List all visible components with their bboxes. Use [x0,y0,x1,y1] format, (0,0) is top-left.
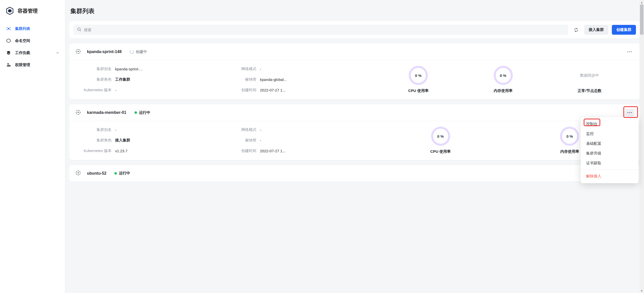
label-managed: 被纳管 [228,77,258,82]
cluster-status: 创建中 [130,50,147,54]
svg-point-40 [79,171,80,172]
cluster-icon [75,170,81,177]
cpu-ring: 0 % [431,127,450,146]
cluster-icon [75,109,81,116]
cluster-name[interactable]: kpanda-sprint-148 [87,50,122,54]
svg-point-38 [80,172,80,173]
svg-point-37 [76,172,76,173]
search-icon [77,27,81,32]
dropdown-item-basic-config[interactable]: 基础配置 [581,139,638,149]
value-alias: kpanda-sprint-... [115,67,226,71]
cluster-name[interactable]: karmada-member-01 [87,110,126,115]
sidebar: 容器管理 集群列表 命名空间 [0,0,65,293]
node-gauge: 数据同步中 正常/节点总数 [578,66,601,93]
value-network: - [260,128,371,132]
scrollbar-thumb[interactable] [640,5,643,35]
cluster-head: kpanda-sprint-148 创建中 [69,43,640,60]
label-role: 集群角色 [75,138,113,143]
cluster-gauges: 0 % CPU 使用率 0 % 内存使用率 数据同步中 正常/节点总数 [376,66,634,93]
cpu-gauge: 0 % CPU 使用率 [408,66,429,93]
cluster-more-button[interactable] [625,109,634,116]
nav-item-permission[interactable]: 权限管理 [0,59,65,71]
cluster-status: 运行中 [114,171,130,176]
nav-item-cluster-list[interactable]: 集群列表 [0,23,65,35]
nav-label: 权限管理 [15,63,30,67]
cpu-label: CPU 使用率 [408,88,429,93]
svg-point-33 [631,112,632,113]
create-cluster-button[interactable]: 创建集群 [612,25,636,35]
svg-point-11 [78,49,78,50]
refresh-button[interactable] [572,25,581,34]
dropdown-item-console[interactable]: 控制台 [581,119,638,129]
value-role: 接入集群 [115,138,226,143]
scroll-down-icon[interactable]: ▼ [639,288,644,293]
label-managed: 被纳管 [228,138,258,143]
nav-label: 集群列表 [15,26,30,31]
label-created: 创建时间 [228,88,258,92]
value-network: - [260,67,371,71]
svg-point-14 [80,51,80,52]
mem-label: 内存使用率 [560,149,579,154]
svg-point-35 [78,170,78,171]
svg-point-18 [79,53,80,53]
dropdown-item-disconnect[interactable]: 解除接入 [581,171,638,181]
cpu-gauge: 0 % CPU 使用率 [430,127,451,154]
label-k8s: Kubernetes 版本 [75,149,113,153]
value-managed: - [260,138,371,142]
svg-point-10 [78,51,79,52]
search-input[interactable] [84,28,565,32]
connect-cluster-button[interactable]: 接入集群 [584,25,608,35]
value-k8s: - [115,88,226,92]
cluster-more-button[interactable] [625,48,634,56]
cluster-info: 集群别名 - 网络模式 - 集群角色 接入集群 被纳管 - Kubernetes… [75,127,371,154]
svg-point-17 [76,53,77,53]
cluster-info: 集群别名 kpanda-sprint-... 网络模式 - 集群角色 工作集群 … [75,66,371,93]
mem-label: 内存使用率 [494,88,513,93]
mem-gauge: 0 % 内存使用率 [560,127,579,154]
svg-point-21 [631,51,632,52]
nav-label: 工作负载 [15,51,30,55]
svg-point-16 [79,50,80,50]
nav-label: 命名空间 [15,38,30,43]
svg-point-30 [79,113,80,114]
scrollbar[interactable]: ▲ ▼ [639,0,644,293]
label-k8s: Kubernetes 版本 [75,88,113,92]
brand-title: 容器管理 [18,8,38,14]
value-k8s: v1.23.7 [115,149,226,153]
svg-point-24 [78,114,78,115]
search-input-wrap[interactable] [73,25,568,35]
value-managed: kpanda-global... [260,77,371,82]
dropdown-item-cert[interactable]: 证书获取 [581,158,638,168]
workload-icon [6,50,11,55]
dropdown-item-monitor[interactable]: 监控 [581,129,638,139]
dropdown-separator [581,170,638,170]
status-text: 运行中 [119,171,130,176]
nav-item-workload[interactable]: 工作负载 [0,47,65,59]
svg-point-15 [76,50,77,50]
nav-item-namespace[interactable]: 命名空间 [0,35,65,47]
label-role: 集群角色 [75,77,113,82]
cluster-status: 运行中 [134,110,150,115]
svg-point-12 [78,53,78,54]
status-text: 运行中 [139,110,150,115]
svg-point-3 [7,27,7,28]
more-icon [627,112,632,113]
scroll-up-icon[interactable]: ▲ [639,0,644,5]
loading-spinner-icon [130,50,134,54]
cluster-head: ubuntu-52 运行中 [69,165,640,181]
svg-point-4 [10,27,10,28]
cluster-name[interactable]: ubuntu-52 [87,171,106,176]
svg-marker-1 [8,9,12,13]
cluster-card: karmada-member-01 运行中 集群别名 - 网络模式 - [69,104,640,160]
svg-point-39 [76,171,77,172]
syncing-text: 数据同步中 [580,66,599,85]
dropdown-item-upgrade[interactable]: 集群升级 [581,149,638,158]
svg-point-6 [10,29,10,30]
cpu-label: CPU 使用率 [430,149,451,154]
svg-point-34 [78,172,79,173]
value-role: 工作集群 [115,77,226,82]
label-network: 网络模式 [228,127,258,132]
svg-point-2 [8,28,9,29]
status-dot-icon [134,111,137,114]
cluster-card: ubuntu-52 运行中 [69,165,640,181]
